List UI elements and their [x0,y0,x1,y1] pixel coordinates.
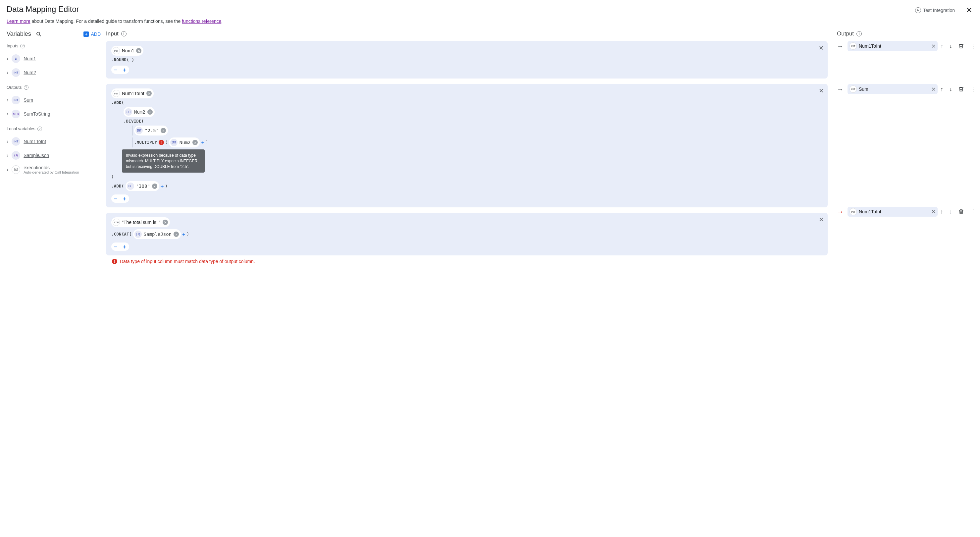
input-chip-num1toint[interactable]: INT Num1ToInt ✕ [111,88,154,99]
chevron-right-icon[interactable]: › [6,167,8,173]
chevron-right-icon[interactable]: › [6,56,8,62]
error-tooltip: Invalid expression because of data type … [122,150,205,173]
map-arrow-icon: → [837,208,843,216]
sidebar-variable-num2[interactable]: › INT Num2 [6,65,101,80]
chevron-right-icon[interactable]: › [6,97,8,103]
chip-text: Num2 [134,109,145,115]
add-arg-icon[interactable]: + [182,231,186,237]
sidebar-variable-num1[interactable]: › D Num1 [6,52,101,65]
delete-icon[interactable] [958,86,964,92]
output-remove-icon[interactable]: ✕ [931,43,935,49]
move-down-icon[interactable]: ↓ [949,43,952,50]
type-badge: INT [125,108,132,116]
func-add2: .ADD( [111,184,124,188]
chevron-right-icon[interactable]: › [6,70,8,75]
card-close-icon[interactable]: ✕ [819,45,824,52]
type-badge: {S} [11,165,20,174]
close-button[interactable]: ✕ [965,5,974,16]
input-chip-totalsum[interactable]: STR "The total sum is: " ✕ [111,217,170,227]
move-up-icon[interactable]: ↑ [940,43,943,50]
close-paren: ) [206,140,208,145]
move-up-icon[interactable]: ↑ [940,86,943,93]
output-chip-1[interactable]: INT Num1ToInt ✕ [848,41,938,51]
output-remove-icon[interactable]: ✕ [931,209,935,215]
info-icon[interactable]: i [856,31,862,37]
chip-text: SampleJson [144,231,172,237]
sidebar-variable-sumtostring[interactable]: › STR SumToString [6,107,101,121]
more-icon[interactable]: ⋮ [970,42,976,50]
chip-remove-icon[interactable]: ✕ [192,140,198,145]
learn-more-link[interactable]: Learn more [6,19,30,24]
minus-button[interactable]: − [114,195,118,202]
chip-remove-icon[interactable]: ✕ [152,183,158,189]
delete-icon[interactable] [958,209,964,215]
more-icon[interactable]: ⋮ [970,208,976,215]
minus-button[interactable]: − [114,243,118,250]
input-card-2: ✕ INT Num1ToInt ✕ .ADD( INT Num2 ✕ .DIVI… [106,84,828,207]
map-arrow-icon: → [837,86,843,93]
card-close-icon[interactable]: ✕ [819,216,824,223]
chip-remove-icon[interactable]: ✕ [147,109,153,115]
chip-remove-icon[interactable]: ✕ [136,48,142,53]
more-icon[interactable]: ⋮ [970,86,976,93]
error-text: Data type of input column must match dat… [120,259,255,264]
output-remove-icon[interactable]: ✕ [931,86,935,92]
type-badge: {J} [11,151,20,160]
error-icon[interactable]: ! [159,140,164,145]
add-variable-button[interactable]: + ADD [83,32,101,37]
variable-subtext: Auto-generated by Call Integration [24,170,79,174]
type-badge: INT [113,90,120,97]
sidebar-variable-executionids[interactable]: › {S} executionIds Auto-generated by Cal… [6,163,101,177]
add-arg-icon[interactable]: + [201,139,204,146]
sidebar-variable-samplejson[interactable]: › {J} SampleJson [6,148,101,163]
card-close-icon[interactable]: ✕ [819,87,824,94]
output-chip-2[interactable]: INT Sum ✕ [848,84,938,94]
arg-chip-num2-mult[interactable]: INT Num2 ✕ [169,137,200,147]
arg-chip-literal[interactable]: INT "2.5" ✕ [134,126,168,135]
search-icon[interactable] [36,31,42,37]
variable-name: Num2 [24,70,36,75]
arg-chip-samplejson[interactable]: {J} SampleJson ✕ [133,229,181,239]
minus-button[interactable]: − [114,66,118,73]
open-paren: ( [165,140,168,145]
sidebar-variable-num1toint[interactable]: › INT Num1ToInt [6,134,101,148]
test-integration-button[interactable]: Test Integration [915,7,955,13]
chip-remove-icon[interactable]: ✕ [146,91,152,96]
move-down-icon[interactable]: ↓ [949,209,952,215]
chevron-right-icon[interactable]: › [6,139,8,145]
arg-chip-num2[interactable]: INT Num2 ✕ [124,107,155,117]
delete-icon[interactable] [958,43,964,49]
help-icon[interactable]: ? [20,44,25,48]
output-chip-3[interactable]: INT Num1ToInt ✕ [848,207,938,217]
sidebar-variable-sum[interactable]: › INT Sum [6,93,101,107]
move-down-icon[interactable]: ↓ [949,86,952,93]
info-icon[interactable]: i [121,31,127,37]
help-icon[interactable]: ? [37,127,42,131]
chip-text: Num1ToInt [122,91,145,96]
error-footer: ! Data type of input column must match d… [106,259,828,264]
type-badge: D [11,54,20,63]
arg-chip-300[interactable]: INT "300" ✕ [126,181,159,191]
plus-button[interactable]: + [123,66,127,73]
chip-remove-icon[interactable]: ✕ [162,220,168,225]
chevron-right-icon[interactable]: › [6,152,8,158]
chip-remove-icon[interactable]: ✕ [173,231,179,237]
close-paren: ) [165,184,167,188]
chevron-right-icon[interactable]: › [6,111,8,117]
variable-name: Num1 [24,56,36,61]
plus-button[interactable]: + [123,195,127,202]
plus-button[interactable]: + [123,243,127,250]
chip-remove-icon[interactable]: ✕ [161,128,166,133]
help-icon[interactable]: ? [24,85,29,90]
functions-reference-link[interactable]: functions reference [182,19,221,24]
type-badge: INT [850,208,857,215]
func-round: .ROUND( ) [111,57,134,62]
add-arg-icon[interactable]: + [161,183,164,190]
move-up-icon[interactable]: ↑ [940,209,943,215]
output-text: Sum [859,86,869,92]
svg-line-1 [40,35,41,36]
chip-text: "300" [136,183,150,189]
variable-name: executionIds [24,165,79,170]
input-chip-num1[interactable]: INT Num1 ✕ [111,46,143,56]
subheader: Learn more about Data Mapping. For a det… [0,19,980,30]
